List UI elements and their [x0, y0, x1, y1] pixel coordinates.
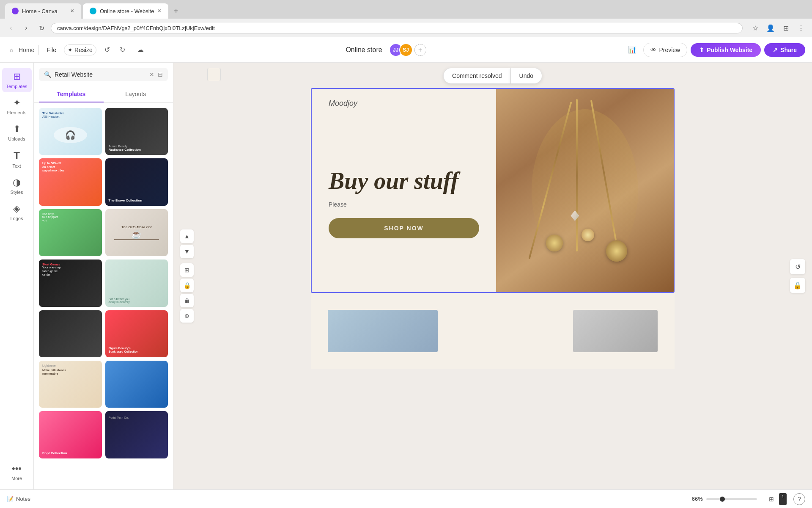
share-button[interactable]: ↗ Share: [764, 43, 805, 57]
search-filter-button[interactable]: ⊟: [158, 71, 163, 78]
sidebar-item-text[interactable]: T Text: [2, 146, 32, 172]
text-icon: T: [14, 150, 20, 162]
topbar: ⌂ Home File ✦ Resize ↺ ↻ ☁ Online store …: [0, 37, 812, 63]
address-text: canva.com/design/DAFNVgs2_p0/f4CFnbQjxDi…: [57, 25, 215, 31]
star-button[interactable]: ☆: [749, 22, 761, 34]
jewelry-visual: [496, 89, 674, 292]
tab-canva[interactable]: Online store - Website ✕: [83, 3, 168, 19]
back-button[interactable]: ‹: [5, 22, 17, 34]
scroll-down-button[interactable]: ▼: [180, 245, 194, 258]
tab-templates[interactable]: Templates: [39, 86, 104, 102]
scroll-up-button[interactable]: ▲: [180, 229, 194, 243]
reload-button[interactable]: ↻: [36, 22, 47, 34]
tab-canva-close[interactable]: ✕: [157, 8, 162, 14]
canvas-scroll-tools: ▲ ▼ ⊞ 🔒 🗑 ⊕: [180, 229, 194, 323]
redo-button[interactable]: ↻: [116, 43, 129, 57]
below-item-1: [328, 310, 438, 352]
forward-button[interactable]: ›: [20, 22, 32, 34]
template-item[interactable]: 365 days to a happieryou: [39, 209, 102, 256]
view-controls: ⊞ 1: [765, 493, 787, 505]
template-item[interactable]: Portal Tech Co.: [105, 411, 168, 458]
resize-label: Resize: [74, 47, 93, 53]
profile-button[interactable]: 👤: [765, 22, 776, 34]
sidebar-uploads-label: Uploads: [8, 136, 25, 141]
publish-button[interactable]: ⬆ Publish Website: [691, 43, 761, 57]
sidebar-item-elements[interactable]: ✦ Elements: [2, 94, 32, 119]
template-grid: The Westmire A56 Headset 🎧 Aurora Beauty…: [39, 108, 168, 458]
search-input[interactable]: [55, 71, 146, 78]
panel-content: The Westmire A56 Headset 🎧 Aurora Beauty…: [34, 103, 173, 489]
canva-app: ⌂ Home File ✦ Resize ↺ ↻ ☁ Online store …: [0, 37, 812, 508]
pages-button[interactable]: ⊞: [180, 263, 194, 277]
new-tab-button[interactable]: +: [170, 5, 182, 17]
tab-home[interactable]: Home - Canva ✕: [5, 3, 81, 19]
undo-button[interactable]: ↺: [101, 43, 114, 57]
sidebar-item-templates[interactable]: ⊞ Templates: [2, 68, 32, 92]
bottom-bar: 📝 Notes 66% ⊞ 1 ?: [0, 489, 812, 508]
lock-section-button[interactable]: 🔒: [180, 279, 194, 292]
sidebar-item-uploads[interactable]: ⬆ Uploads: [2, 120, 32, 145]
undo-floating-button[interactable]: Undo: [511, 68, 542, 84]
avatar-jj-initials: JJ: [393, 47, 398, 53]
sidebar-templates-label: Templates: [6, 84, 27, 89]
magic-button[interactable]: ↺: [790, 259, 805, 274]
browser-actions: ☆ 👤 ⊞ ⋮: [749, 22, 807, 34]
topbar-right: 📊 👁 Preview ⬆ Publish Website ↗ Share: [625, 42, 805, 58]
add-section-button[interactable]: ⊕: [180, 309, 194, 323]
menu-button[interactable]: ⋮: [795, 22, 807, 34]
zoom-slider[interactable]: [706, 498, 757, 500]
template-item[interactable]: [105, 361, 168, 408]
tab-favicon-home: [12, 8, 19, 14]
grid-view-button[interactable]: ⊞: [765, 493, 777, 505]
canvas-area: Comment resolved Undo ▲ ▼ ⊞ 🔒 🗑 ⊕ ↺ 🔒: [173, 63, 812, 489]
template-item[interactable]: Up to 50% offon selectsuperhero titles: [39, 158, 102, 205]
sidebar-more-label: More: [11, 476, 22, 481]
home-button[interactable]: ⌂ Home: [7, 45, 34, 55]
sidebar: ⊞ Templates ✦ Elements ⬆ Uploads T Text …: [0, 63, 34, 489]
notes-button[interactable]: 📝 Notes: [7, 496, 30, 502]
template-item[interactable]: Lightwave Make milestonesmemorable: [39, 361, 102, 408]
sidebar-elements-label: Elements: [7, 110, 27, 115]
template-item[interactable]: Pop! Collection: [39, 411, 102, 458]
save-button[interactable]: ☁: [134, 43, 147, 57]
sidebar-item-more[interactable]: ••• More: [2, 460, 32, 484]
extensions-button[interactable]: ⊞: [780, 22, 792, 34]
zoom-controls: 66%: [692, 496, 757, 502]
hero-jewelry-image: [496, 89, 674, 292]
lock-button[interactable]: 🔒: [790, 278, 805, 293]
analytics-button[interactable]: 📊: [625, 42, 640, 58]
tab-home-close[interactable]: ✕: [70, 8, 74, 14]
template-item[interactable]: The Delo Moka Pot ☕: [105, 209, 168, 256]
sidebar-logos-label: Logos: [11, 216, 23, 221]
file-menu-button[interactable]: File: [43, 45, 60, 55]
add-collaborator-button[interactable]: +: [414, 44, 426, 56]
canvas-selection[interactable]: Moodjoy Shop now Buy our stuff Please SH…: [311, 88, 675, 293]
sidebar-item-styles[interactable]: ◑ Styles: [2, 174, 32, 198]
topbar-center: Online store JJ SJ +: [152, 43, 620, 57]
template-item[interactable]: Figure Beauty'sSunkissed Collection: [105, 310, 168, 357]
home-label: Home: [19, 47, 34, 53]
delete-section-button[interactable]: 🗑: [180, 294, 194, 307]
template-item[interactable]: Steel Games Your one-stopvideo gamecente…: [39, 260, 102, 306]
address-bar[interactable]: canva.com/design/DAFNVgs2_p0/f4CFnbQjxDi…: [51, 23, 743, 33]
template-item[interactable]: The Brave Collection: [105, 158, 168, 205]
zoom-level-text: 66%: [692, 496, 703, 502]
topbar-left: ⌂ Home File ✦ Resize ↺ ↻ ☁: [7, 43, 147, 57]
search-clear-button[interactable]: ✕: [149, 71, 154, 78]
comment-resolved-button[interactable]: Comment resolved: [443, 68, 511, 84]
resize-button[interactable]: ✦ Resize: [64, 44, 96, 55]
preview-button[interactable]: 👁 Preview: [643, 43, 687, 57]
template-item[interactable]: Aurora Beauty Radiance Collection: [105, 108, 168, 155]
template-item[interactable]: [39, 310, 102, 357]
tab-layouts[interactable]: Layouts: [104, 86, 168, 102]
hero-cta-button[interactable]: SHOP NOW: [329, 218, 479, 238]
templates-panel: 🔍 ✕ ⊟ Templates Layouts The Westmire A56…: [34, 63, 173, 489]
color-swatch[interactable]: [207, 68, 221, 81]
help-button[interactable]: ?: [793, 493, 805, 505]
template-item[interactable]: The Westmire A56 Headset 🎧: [39, 108, 102, 155]
share-label: Share: [780, 47, 797, 53]
notes-label: Notes: [16, 496, 30, 502]
below-item-2: [573, 310, 658, 352]
sidebar-item-logos[interactable]: ◈ Logos: [2, 200, 32, 224]
template-item[interactable]: For a better you delay in delivery: [105, 260, 168, 306]
